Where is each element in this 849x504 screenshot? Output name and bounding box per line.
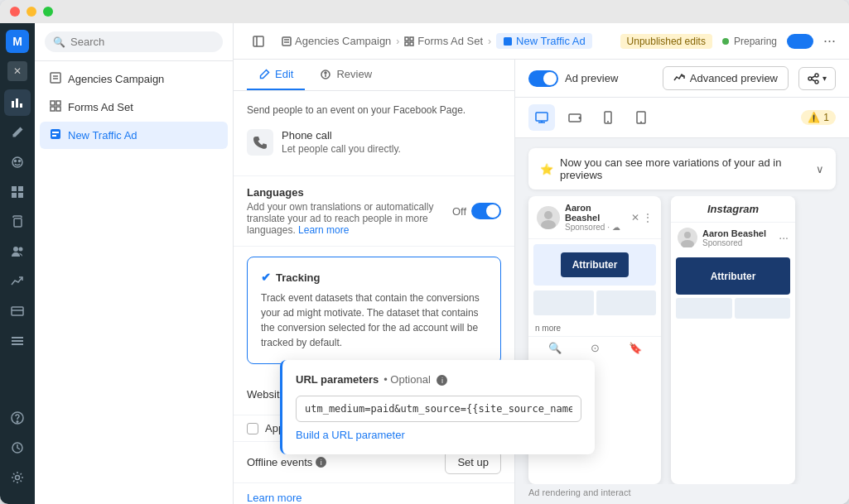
app-events-checkbox[interactable] xyxy=(247,423,258,434)
sidebar-icon-trends[interactable] xyxy=(4,268,31,295)
svg-rect-27 xyxy=(51,107,55,111)
svg-point-59 xyxy=(544,211,552,219)
more-options-button[interactable]: ··· xyxy=(823,32,836,50)
instagram-brand-name: Attributer xyxy=(711,271,756,282)
device-bar: ⚠️ 1 xyxy=(515,98,849,138)
sidebar-icon-grid[interactable] xyxy=(4,179,31,205)
breadcrumb-current: New Traffic Ad xyxy=(496,33,592,49)
breadcrumb-forms[interactable]: Forms Ad Set xyxy=(404,35,483,47)
url-params-input[interactable] xyxy=(296,396,581,422)
check-circle-icon: ✔ xyxy=(261,271,271,284)
card-content-1: Attributer xyxy=(528,239,661,320)
editor-section-phone: Send people to an event on your Facebook… xyxy=(234,91,514,176)
svg-point-60 xyxy=(541,220,556,229)
desktop-device-button[interactable] xyxy=(528,104,555,131)
card-footer-1: n more xyxy=(528,320,661,336)
share-button[interactable]: ▾ xyxy=(798,67,836,90)
languages-title: Languages xyxy=(247,186,452,199)
event-text: Send people to an event on your Facebook… xyxy=(247,104,501,116)
instagram-avatar xyxy=(678,228,697,247)
svg-rect-17 xyxy=(12,343,23,345)
phone-call-option[interactable]: Phone call Let people call you directly. xyxy=(247,122,501,162)
icon-sidebar: M ✕ xyxy=(0,23,35,504)
learn-more-section: Learn more xyxy=(234,483,514,504)
svg-rect-16 xyxy=(12,340,23,342)
phone-call-title: Phone call xyxy=(282,129,401,142)
card-actions-1: 🔍 ⊙ 🔖 xyxy=(528,336,661,359)
ad-rendering-note: Ad rendering and interact xyxy=(515,484,849,504)
app-body: M ✕ xyxy=(0,23,849,504)
ad-preview-toggle: Ad preview xyxy=(528,70,618,87)
languages-learn-more[interactable]: Learn more xyxy=(298,224,349,236)
ad-preview-switch[interactable] xyxy=(528,70,558,87)
sidebar-icon-people[interactable] xyxy=(4,238,31,265)
languages-text: Languages Add your own translations or a… xyxy=(247,186,452,236)
sidebar-icon-help[interactable] xyxy=(4,405,31,431)
nav-item-agencies[interactable]: Agencies Campaign ··· xyxy=(40,65,228,93)
svg-point-5 xyxy=(19,161,21,162)
nav-item-forms[interactable]: Forms Ad Set ··· xyxy=(40,94,228,121)
header-toggle-switch[interactable] xyxy=(787,34,813,49)
card-close-1-button[interactable]: ✕ xyxy=(631,212,639,223)
svg-rect-50 xyxy=(536,113,548,121)
svg-point-12 xyxy=(19,247,23,252)
sidebar-icon-edit[interactable] xyxy=(4,119,31,146)
close-panel-button[interactable]: ✕ xyxy=(7,61,27,81)
tab-edit[interactable]: Edit xyxy=(247,60,305,90)
tracking-section: ✔ Tracking Track event datasets that con… xyxy=(247,257,501,364)
svg-rect-15 xyxy=(12,337,23,338)
maximize-button[interactable] xyxy=(43,7,53,17)
breadcrumb-sep-1: › xyxy=(396,36,399,47)
sidebar-icon-smiley[interactable] xyxy=(4,149,31,175)
preparing-dot xyxy=(722,38,729,45)
sidebar-icon-copy[interactable] xyxy=(4,209,31,235)
sidebar-icon-menu[interactable] xyxy=(4,328,31,354)
sidebar-icon-history[interactable] xyxy=(4,434,31,461)
forms-ad-set-icon xyxy=(50,100,61,114)
tablet-landscape-button[interactable] xyxy=(562,104,588,131)
languages-toggle-switch[interactable] xyxy=(471,203,501,219)
card-header-1: Aaron Beashel Sponsored · ☁ ✕ ⋮ xyxy=(528,196,661,239)
close-button[interactable] xyxy=(10,7,20,17)
star-icon: ⭐ xyxy=(540,163,553,175)
search-input[interactable] xyxy=(70,36,215,48)
minimize-button[interactable] xyxy=(27,7,36,17)
sidebar-icon-card[interactable] xyxy=(4,298,31,324)
tracking-desc: Track event datasets that contain the co… xyxy=(261,290,487,350)
tablet-portrait-button[interactable] xyxy=(628,104,654,131)
svg-rect-6 xyxy=(12,186,17,191)
svg-line-49 xyxy=(812,79,815,81)
build-url-parameter-link[interactable]: Build a URL parameter xyxy=(296,429,405,441)
sidebar-icon-chart[interactable] xyxy=(4,89,31,116)
breadcrumb-forms-label: Forms Ad Set xyxy=(417,35,483,47)
url-params-info-icon[interactable]: i xyxy=(437,375,447,386)
nav-item-traffic[interactable]: New Traffic Ad ··· xyxy=(40,122,228,149)
collapse-sidebar-button[interactable] xyxy=(247,30,270,53)
tab-review[interactable]: Review xyxy=(308,60,383,90)
search-icon: 🔍 xyxy=(53,36,65,48)
banner-chevron-button[interactable]: ∨ xyxy=(816,163,824,175)
breadcrumb-agencies[interactable]: Agencies Campaign xyxy=(282,35,391,47)
share-chevron: ▾ xyxy=(822,74,827,83)
learn-more-link[interactable]: Learn more xyxy=(247,492,301,504)
search-input-wrap[interactable]: 🔍 xyxy=(45,31,223,52)
svg-rect-0 xyxy=(12,101,14,108)
svg-point-45 xyxy=(815,74,818,77)
card-user-sub-1: Sponsored · ☁ xyxy=(565,223,626,232)
advanced-preview-button[interactable]: Advanced preview xyxy=(663,66,789,90)
advanced-preview-label: Advanced preview xyxy=(690,72,778,84)
languages-row: Languages Add your own translations or a… xyxy=(234,176,514,247)
card-more-1-button[interactable]: ⋮ xyxy=(643,212,653,223)
card-filter-icon-1[interactable]: ⊙ xyxy=(591,342,600,354)
instagram-more-button[interactable]: ··· xyxy=(779,231,789,244)
offline-events-info-icon[interactable]: i xyxy=(316,457,326,468)
card-user-name-1: Aaron Beashel xyxy=(565,203,626,223)
mobile-device-button[interactable] xyxy=(595,104,621,131)
card-search-icon-1[interactable]: 🔍 xyxy=(548,342,562,354)
instagram-user-name: Aaron Beashel xyxy=(702,228,766,238)
svg-rect-1 xyxy=(16,98,18,108)
sidebar-icon-settings[interactable] xyxy=(4,464,31,491)
preview-banner-text: Now you can see more variations of your … xyxy=(560,156,809,181)
card-bookmark-icon-1[interactable]: 🔖 xyxy=(629,342,642,354)
warning-count: 1 xyxy=(823,112,829,123)
